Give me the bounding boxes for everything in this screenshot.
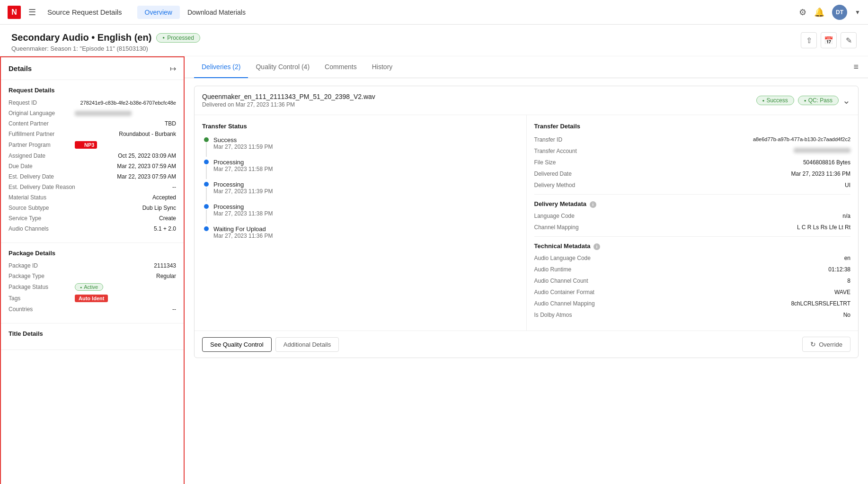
detail-row-content-partner: Content Partner TBD [9,120,176,127]
detail-row-package-status: Package Status Active [9,283,176,291]
dp-audio-channel-mapping: Audio Channel Mapping 8chLCRLSRSLFELTRT [534,300,851,307]
dp-audio-language-code: Audio Language Code en [534,255,851,261]
timeline-status-1: Processing [213,159,273,166]
detail-row-request-id: Request ID 278241e9-c83b-4fe2-b38e-6707e… [9,99,176,106]
dp-delivered-date: Delivered Date Mar 27, 2023 11:36 PM [534,170,851,177]
see-quality-control-button[interactable]: See Quality Control [202,337,272,352]
timeline-item-4: Waiting For Upload Mar 27, 2023 11:36 PM [204,225,519,239]
content-area: Deliveries (2) Quality Control (4) Comme… [185,56,868,484]
audio-channels-value: 5.1 + 2.0 [75,225,176,232]
package-details-title: Package Details [9,250,176,257]
detail-row-original-language: Original Language [9,110,176,117]
settings-icon[interactable]: ⚙ [799,7,806,18]
timeline-line [206,143,207,157]
processed-badge: Processed [156,33,200,43]
override-icon: ↻ [810,341,816,348]
edit-icon[interactable]: ✎ [841,32,857,48]
notifications-icon[interactable]: 🔔 [814,7,824,18]
audio-runtime-value: 01:12:38 [828,266,850,273]
detail-row-est-delivery-reason: Est. Delivery Date Reason -- [9,184,176,190]
tab-history[interactable]: History [364,56,400,78]
avatar[interactable]: DT [832,5,847,20]
upload-icon[interactable]: ⇧ [801,32,817,48]
override-button[interactable]: ↻ Override [802,337,850,352]
delivery-card-header: Queenmaker_en_111_2111343_PM_51_20_2398_… [195,86,858,115]
delivery-date: Delivered on Mar 27, 2023 11:36 PM [202,101,375,108]
netflix-logo: N [8,6,21,19]
timeline-dot-4 [204,226,209,231]
nav-tab-download[interactable]: Download Materials [180,6,253,19]
card-footer: See Quality Control Additional Details ↻… [195,331,858,358]
timeline-status-2: Processing [213,181,273,188]
transfer-details-title: Transfer Details [534,123,851,130]
transfer-status-panel: Transfer Status Success Mar 27, 2023 11:… [195,115,527,331]
nav-right: ⚙ 🔔 DT ▼ [799,5,860,20]
qc-pass-badge: QC: Pass [798,96,839,105]
language-code-value: n/a [842,213,850,219]
tags-badge: Auto Ident [75,295,108,302]
delivery-card: Queenmaker_en_111_2111343_PM_51_20_2398_… [194,86,859,358]
timeline-item-2: Processing Mar 27, 2023 11:39 PM [204,181,519,195]
success-badge: Success [756,96,794,105]
calendar-icon[interactable]: 📅 [821,32,837,48]
timeline-date-4: Mar 27, 2023 11:36 PM [213,233,273,239]
detail-row-service-type: Service Type Create [9,215,176,222]
timeline-line-3 [206,210,207,224]
audio-channel-count-value: 8 [847,278,850,284]
delivery-badges: Success QC: Pass ⌄ [756,95,850,106]
package-type-value: Regular [75,273,176,279]
sidebar-header: Details ↦ [1,57,184,80]
nav-tabs: Overview Download Materials [137,6,253,19]
tab-deliveries[interactable]: Deliveries (2) [194,56,248,78]
original-language-value [75,111,132,116]
timeline-date-3: Mar 27, 2023 11:38 PM [213,210,273,217]
nav-tab-overview[interactable]: Overview [137,6,180,19]
dp-channel-mapping: Channel Mapping L C R Ls Rs Lfe Lt Rt [534,224,851,231]
source-subtype-value: Dub Lip Sync [75,205,176,211]
chevron-down-button[interactable]: ⌄ [842,95,850,106]
nav-title: Source Request Details [47,8,122,16]
due-date-value: Mar 22, 2023 07:59 AM [75,163,176,170]
dp-is-dolby-atmos: Is Dolby Atmos No [534,312,851,318]
timeline-date-2: Mar 27, 2023 11:39 PM [213,188,273,195]
content-partner-value: TBD [75,120,176,127]
additional-details-button[interactable]: Additional Details [275,337,339,352]
sidebar-collapse-icon[interactable]: ↦ [170,64,176,73]
title-details-section: Title Details [1,323,184,350]
hamburger-menu[interactable]: ☰ [28,7,36,18]
delivery-method-value: UI [845,182,850,188]
delivery-metadata-info-icon[interactable]: i [590,201,596,208]
fulfillment-partner-value: Roundabout - Burbank [75,131,176,137]
sidebar: Details ↦ Request Details Request ID 278… [0,56,185,484]
timeline-line-2 [206,188,207,201]
tab-quality-control[interactable]: Quality Control (4) [248,56,317,78]
timeline-dot-3 [204,204,209,209]
dp-language-code: Language Code n/a [534,213,851,219]
delivery-metadata-title: Delivery Metadata i [534,200,851,208]
request-id-value: 278241e9-c83b-4fe2-b38e-6707ebcfc48e [75,100,176,106]
timeline-status-0: Success [213,136,273,143]
audio-channel-mapping-value: 8chLCRLSRSLFELTRT [791,300,850,307]
tab-comments[interactable]: Comments [317,56,364,78]
avatar-chevron-icon[interactable]: ▼ [855,9,860,16]
timeline-dot-1 [204,160,209,164]
transfer-account-value [794,148,850,153]
assigned-date-value: Oct 25, 2022 03:09 AM [75,152,176,159]
technical-metadata-title: Technical Metadata i [534,242,851,250]
filter-icon[interactable]: ≡ [853,62,859,72]
top-navigation: N ☰ Source Request Details Overview Down… [0,0,868,25]
main-layout: Details ↦ Request Details Request ID 278… [0,56,868,484]
service-type-value: Create [75,215,176,222]
request-details-title: Request Details [9,87,176,94]
technical-metadata-info-icon[interactable]: i [593,243,600,250]
timeline-item-3: Processing Mar 27, 2023 11:38 PM [204,203,519,217]
delivery-body: Transfer Status Success Mar 27, 2023 11:… [195,115,858,331]
sidebar-title: Details [9,64,32,72]
timeline-item-1: Processing Mar 27, 2023 11:58 PM [204,159,519,172]
timeline-status-3: Processing [213,203,273,210]
file-size-value: 5046808816 Bytes [803,159,850,166]
timeline-dot-success [204,137,209,142]
detail-row-est-delivery-date: Est. Delivery Date Mar 22, 2023 07:59 AM [9,173,176,180]
audio-language-code-value: en [844,255,850,261]
detail-row-package-type: Package Type Regular [9,273,176,279]
